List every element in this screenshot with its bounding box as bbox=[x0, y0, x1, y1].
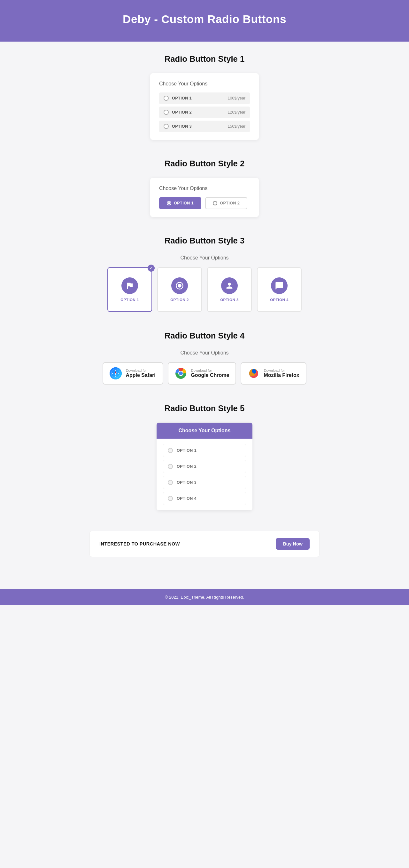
style3-subtitle: Choose Your Options bbox=[90, 255, 319, 261]
style1-price-2: 120$/year bbox=[228, 110, 245, 115]
style5-card: Choose Your Options OPTION 1 OPTION 2 OP… bbox=[157, 423, 252, 510]
section-style1: Radio Button Style 1 Choose Your Options… bbox=[90, 54, 319, 140]
safari-name: Apple Safari bbox=[126, 372, 155, 378]
browser-chrome[interactable]: Download for Google Chrome bbox=[168, 362, 236, 384]
section-style4: Radio Button Style 4 Choose Your Options bbox=[90, 331, 319, 384]
style4-subtitle: Choose Your Options bbox=[90, 350, 319, 356]
chrome-text: Download for Google Chrome bbox=[191, 369, 229, 378]
style1-option-1[interactable]: OPTION 1 100$/year bbox=[159, 92, 250, 104]
style3-option-2[interactable]: ✓ OPTION 2 bbox=[157, 267, 202, 312]
svg-point-12 bbox=[179, 371, 183, 375]
style2-card-title: Choose Your Options bbox=[159, 186, 250, 191]
style5-dot-4 bbox=[168, 496, 173, 501]
style1-dot-2 bbox=[164, 110, 169, 115]
style3-label-1: OPTION 1 bbox=[121, 298, 139, 302]
style1-option-2[interactable]: OPTION 2 120$/year bbox=[159, 106, 250, 118]
section-style2: Radio Button Style 2 Choose Your Options… bbox=[90, 159, 319, 217]
chrome-name: Google Chrome bbox=[191, 372, 229, 378]
style1-label-2: OPTION 2 bbox=[172, 110, 228, 115]
style2-dot-2 bbox=[213, 201, 217, 206]
style3-option-4[interactable]: ✓ OPTION 4 bbox=[257, 267, 302, 312]
style4-title: Radio Button Style 4 bbox=[90, 331, 319, 340]
style3-cards-row: ✓ OPTION 1 ✓ bbox=[90, 267, 319, 312]
style3-label-3: OPTION 3 bbox=[220, 298, 239, 302]
style2-card: Choose Your Options OPTION 1 OPTION 2 bbox=[150, 178, 259, 217]
style3-icon-4 bbox=[271, 277, 287, 294]
svg-point-0 bbox=[178, 284, 181, 288]
style3-icon-1 bbox=[122, 277, 138, 294]
section-style3: Radio Button Style 3 Choose Your Options… bbox=[90, 236, 319, 312]
style5-title: Radio Button Style 5 bbox=[90, 404, 319, 413]
style1-dot-1 bbox=[164, 96, 169, 101]
style1-label-3: OPTION 3 bbox=[172, 124, 228, 129]
firefox-name: Mozilla Firefox bbox=[264, 372, 299, 378]
style3-icon-3 bbox=[221, 277, 238, 294]
section-style5: Radio Button Style 5 Choose Your Options… bbox=[90, 404, 319, 512]
style5-dot-1 bbox=[168, 448, 173, 453]
style1-label-1: OPTION 1 bbox=[172, 96, 228, 100]
style5-option-3[interactable]: OPTION 3 bbox=[163, 476, 246, 489]
purchase-banner: INTERESTED TO PURCHASE NOW Buy Now bbox=[90, 531, 319, 557]
check-badge-1: ✓ bbox=[148, 265, 155, 272]
chrome-icon bbox=[175, 367, 187, 379]
style5-label-3: OPTION 3 bbox=[177, 480, 197, 485]
safari-for: Download for bbox=[126, 369, 155, 372]
chrome-for: Download for bbox=[191, 369, 229, 372]
style1-price-1: 100$/year bbox=[228, 96, 245, 100]
style5-label-2: OPTION 2 bbox=[177, 464, 197, 469]
style5-body: OPTION 1 OPTION 2 OPTION 3 OPTION 4 bbox=[157, 439, 252, 510]
style5-dot-2 bbox=[168, 464, 173, 469]
footer-text: © 2021, Epic_Theme. All Rights Reserved. bbox=[165, 595, 244, 599]
style5-option-2[interactable]: OPTION 2 bbox=[163, 460, 246, 473]
style5-option-4[interactable]: OPTION 4 bbox=[163, 492, 246, 505]
safari-icon bbox=[110, 367, 122, 379]
page-header: Deby - Custom Radio Buttons bbox=[0, 0, 409, 41]
style2-title: Radio Button Style 2 bbox=[90, 159, 319, 168]
firefox-text: Download for Mozilla Firefox bbox=[264, 369, 299, 378]
style5-dot-3 bbox=[168, 480, 173, 485]
style3-label-4: OPTION 4 bbox=[270, 298, 288, 302]
style3-title: Radio Button Style 3 bbox=[90, 236, 319, 245]
style3-option-3[interactable]: ✓ OPTION 3 bbox=[207, 267, 252, 312]
style2-option-2[interactable]: OPTION 2 bbox=[205, 197, 247, 209]
buy-now-button[interactable]: Buy Now bbox=[276, 538, 310, 550]
style1-title: Radio Button Style 1 bbox=[90, 54, 319, 64]
style2-btn-row: OPTION 1 OPTION 2 bbox=[159, 197, 250, 209]
page-footer: © 2021, Epic_Theme. All Rights Reserved. bbox=[0, 589, 409, 605]
style2-option-1[interactable]: OPTION 1 bbox=[159, 197, 201, 209]
style5-label-1: OPTION 1 bbox=[177, 448, 197, 453]
style3-option-1[interactable]: ✓ OPTION 1 bbox=[107, 267, 152, 312]
purchase-label: INTERESTED TO PURCHASE NOW bbox=[99, 541, 180, 547]
style2-label-2: OPTION 2 bbox=[220, 201, 240, 206]
style3-icon-2 bbox=[171, 277, 188, 294]
style2-dot-1 bbox=[167, 201, 171, 206]
firefox-for: Download for bbox=[264, 369, 299, 372]
firefox-icon bbox=[248, 367, 260, 379]
style1-card: Choose Your Options OPTION 1 100$/year O… bbox=[150, 73, 259, 140]
style1-option-3[interactable]: OPTION 3 150$/year bbox=[159, 121, 250, 132]
page-title: Deby - Custom Radio Buttons bbox=[6, 13, 403, 26]
style5-header: Choose Your Options bbox=[157, 423, 252, 439]
browser-safari[interactable]: Download for Apple Safari bbox=[103, 362, 163, 384]
style1-price-3: 150$/year bbox=[228, 124, 245, 129]
style1-card-title: Choose Your Options bbox=[159, 81, 250, 87]
style3-label-2: OPTION 2 bbox=[170, 298, 189, 302]
style1-dot-3 bbox=[164, 124, 169, 129]
style4-browser-row: Download for Apple Safari bbox=[90, 362, 319, 384]
style2-label-1: OPTION 1 bbox=[174, 201, 194, 206]
safari-text: Download for Apple Safari bbox=[126, 369, 155, 378]
browser-firefox[interactable]: Download for Mozilla Firefox bbox=[241, 362, 306, 384]
style5-option-1[interactable]: OPTION 1 bbox=[163, 444, 246, 457]
style5-label-4: OPTION 4 bbox=[177, 496, 197, 501]
